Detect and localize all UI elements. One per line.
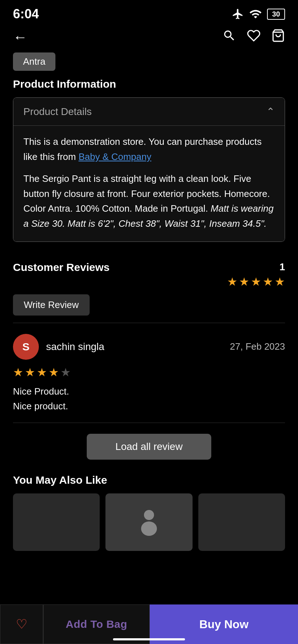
nav-bar: ← [0, 25, 298, 52]
review-star-1: ★ [13, 365, 23, 379]
wishlist-button[interactable]: ♡ [0, 604, 43, 644]
status-time: 6:04 [13, 6, 39, 22]
demo-text: This is a demonstration store. You can p… [23, 134, 275, 164]
product-details-body: This is a demonstration store. You can p… [13, 125, 285, 242]
star-3: ★ [251, 275, 261, 289]
review-star-2: ★ [25, 365, 35, 379]
status-bar: 6:04 30 [0, 0, 298, 25]
product-thumb-1 [13, 493, 100, 551]
bag-icon[interactable] [271, 29, 285, 45]
nav-icons [222, 29, 285, 45]
star-2: ★ [239, 275, 249, 289]
also-like-section: You May Also Like [0, 470, 298, 558]
review-date: 27, Feb 2023 [230, 341, 285, 352]
product-info-section: Product Information Product Details ⌃ Th… [0, 78, 298, 242]
star-1: ★ [227, 275, 238, 289]
overall-stars: ★ ★ ★ ★ ★ [227, 275, 285, 289]
reviewer-avatar: S [13, 334, 39, 360]
status-icons: 30 [232, 8, 285, 20]
review-star-4: ★ [49, 365, 59, 379]
home-indicator [113, 638, 185, 640]
chevron-up-icon: ⌃ [266, 106, 275, 118]
also-like-item-3[interactable] [198, 493, 285, 551]
write-review-button[interactable]: Write Review [13, 294, 90, 316]
airplane-icon [232, 8, 244, 20]
wifi-icon [249, 8, 262, 20]
svg-point-1 [144, 510, 154, 520]
review-top-row: S sachin singla 27, Feb 2023 [13, 334, 285, 360]
heart-icon: ♡ [16, 617, 27, 632]
color-tab-row: Antra [0, 52, 298, 78]
product-thumb-2 [105, 493, 192, 551]
also-like-items [13, 493, 285, 551]
review-user-info: S sachin singla [13, 334, 104, 360]
baby-company-link[interactable]: Baby & Company [78, 151, 151, 162]
reviewer-name: sachin singla [46, 341, 104, 353]
wishlist-icon[interactable] [247, 29, 261, 45]
product-details-header[interactable]: Product Details ⌃ [13, 98, 285, 125]
reviews-title: Customer Reviews [13, 261, 109, 273]
svg-point-2 [141, 521, 157, 536]
load-all-review-button[interactable]: Load all review [87, 434, 212, 460]
reviews-count: 1 [279, 261, 285, 273]
also-like-item-2[interactable] [105, 493, 192, 551]
product-details-card: Product Details ⌃ This is a demonstratio… [13, 97, 285, 242]
review-star-3: ★ [37, 365, 47, 379]
review-stars: ★ ★ ★ ★ ★ [13, 365, 285, 379]
star-4: ★ [263, 275, 273, 289]
star-5: ★ [275, 275, 285, 289]
battery-indicator: 30 [267, 9, 285, 20]
product-thumb-3 [198, 493, 285, 551]
back-button[interactable]: ← [13, 30, 27, 44]
product-details-label: Product Details [23, 106, 92, 118]
reviews-count-stars: 1 ★ ★ ★ ★ ★ [227, 261, 285, 289]
color-tab[interactable]: Antra [13, 52, 55, 71]
load-review-container: Load all review [0, 423, 298, 470]
also-like-item-1[interactable] [13, 493, 100, 551]
also-like-title: You May Also Like [13, 474, 285, 486]
review-item: S sachin singla 27, Feb 2023 ★ ★ ★ ★ ★ N… [0, 323, 298, 423]
search-icon[interactable] [222, 29, 236, 45]
reviews-header: Customer Reviews 1 ★ ★ ★ ★ ★ [0, 250, 298, 294]
product-info-title: Product Information [13, 78, 285, 90]
review-star-5-empty: ★ [60, 365, 71, 379]
review-text: Nice Product. Nice product. [13, 384, 285, 414]
product-description: The Sergio Pant is a straight leg with a… [23, 171, 275, 231]
